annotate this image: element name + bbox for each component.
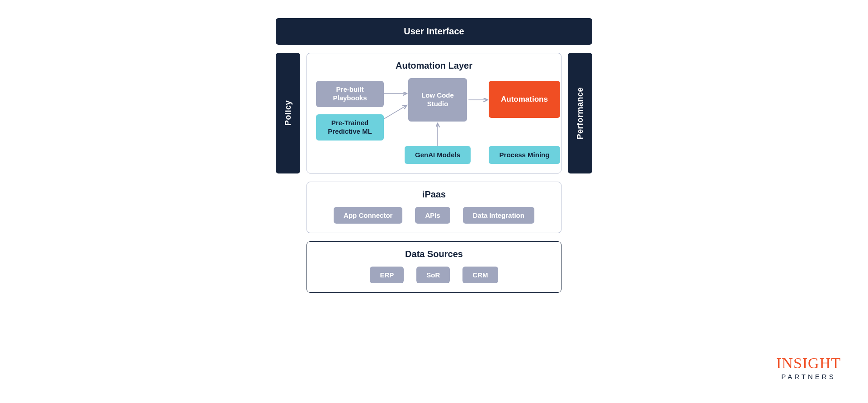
- automation-grid: Pre-built Playbooks Pre-Trained Predicti…: [316, 78, 552, 164]
- performance-label: Performance: [576, 87, 585, 140]
- logo-bottom-text: PARTNERS: [776, 373, 841, 380]
- crm-box: CRM: [462, 267, 498, 283]
- insight-partners-logo: INSIGHT PARTNERS: [776, 355, 841, 380]
- process-mining-box: Process Mining: [489, 146, 560, 164]
- low-code-studio-box: Low Code Studio: [408, 78, 467, 122]
- automation-layer-title: Automation Layer: [316, 61, 552, 71]
- prebuilt-playbooks-box: Pre-built Playbooks: [316, 81, 384, 107]
- automations-box: Automations: [489, 81, 560, 118]
- policy-label: Policy: [283, 100, 293, 126]
- ipaas-items: App Connector APIs Data Integration: [316, 207, 552, 224]
- policy-sidebar: Policy: [276, 53, 300, 173]
- logo-top-text: INSIGHT: [776, 355, 841, 372]
- app-connector-box: App Connector: [334, 207, 402, 224]
- middle-row: Policy Automation Layer Pre-bu: [276, 53, 592, 173]
- performance-sidebar: Performance: [568, 53, 592, 173]
- user-interface-layer: User Interface: [276, 18, 592, 45]
- architecture-diagram: User Interface Policy Automation Layer: [276, 18, 592, 293]
- svg-line-1: [384, 105, 407, 119]
- automation-layer-panel: Automation Layer Pre-built Playbooks: [307, 53, 561, 173]
- pretrained-predictive-ml-box: Pre-Trained Predictive ML: [316, 114, 384, 141]
- ipaas-panel: iPaas App Connector APIs Data Integratio…: [307, 182, 561, 233]
- data-sources-panel: Data Sources ERP SoR CRM: [307, 241, 561, 293]
- data-sources-items: ERP SoR CRM: [316, 267, 552, 283]
- apis-box: APIs: [415, 207, 450, 224]
- erp-box: ERP: [370, 267, 404, 283]
- data-integration-box: Data Integration: [463, 207, 534, 224]
- genai-models-box: GenAI Models: [405, 146, 471, 164]
- ipaas-title: iPaas: [316, 189, 552, 200]
- sor-box: SoR: [416, 267, 450, 283]
- data-sources-title: Data Sources: [316, 249, 552, 259]
